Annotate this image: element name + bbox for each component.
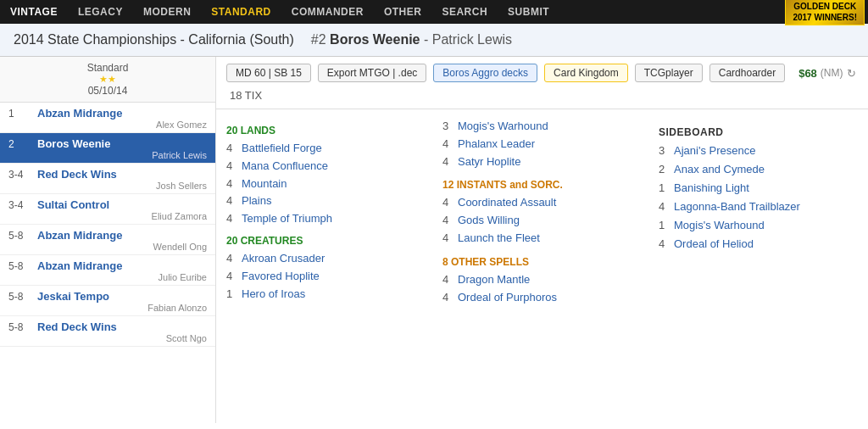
card-favored-hoplite[interactable]: Favored Hoplite [242,268,320,286]
card-ajanis-presence[interactable]: Ajani's Presence [674,142,755,160]
card-gods-willing[interactable]: Gods Willing [458,212,520,230]
sideboard-line: 1 Banishing Light [659,179,858,198]
card-anax-cymede[interactable]: Anax and Cymede [674,160,765,179]
instants-header: 12 INSTANTS and SORC. [442,179,642,191]
card-line: 1 Hero of Iroas [226,286,426,304]
deck-entry-8[interactable]: 5-8 Red Deck Wins Scott Ngo [0,316,215,347]
deck-entry-4[interactable]: 3-4 Sultai Control Eliud Zamora [0,194,215,225]
creatures-header: 20 CREATURES [226,235,426,247]
card-akroan-crusader[interactable]: Akroan Crusader [242,250,325,268]
card-ordeal-heliod[interactable]: Ordeal of Heliod [674,235,754,254]
price-label: (NM) [821,67,843,79]
deck-name-8: Red Deck Wins [37,320,117,333]
player-name-header: Patrick Lewis [432,32,512,47]
nav-modern[interactable]: MODERN [133,0,201,24]
card-line: 4 Battlefield Forge [226,140,426,158]
card-launch-fleet[interactable]: Launch the Fleet [458,230,540,248]
deck-entry-5[interactable]: 5-8 Abzan Midrange Wendell Ong [0,225,215,255]
nav-other[interactable]: OTHER [374,0,432,24]
rank-4: 3-4 [8,199,32,211]
refresh-icon[interactable]: ↻ [847,67,856,80]
card-line: 4 Dragon Mantle [442,271,642,289]
tcgplayer-button[interactable]: TCGplayer [635,64,703,82]
card-banishing-light[interactable]: Banishing Light [674,179,749,198]
card-mogis-warhound-side[interactable]: Mogis's Warhound [674,216,765,235]
card-plains[interactable]: Plains [242,192,271,210]
nav-legacy[interactable]: LEGACY [68,0,133,24]
card-line: 4 Mountain [226,176,426,193]
toolbar: MD 60 | SB 15 Export MTGO | .dec Boros A… [216,57,868,109]
format-info: Standard ★★ 05/10/14 [0,57,215,103]
card-line: 4 Favored Hoplite [226,268,426,286]
card-dragon-mantle[interactable]: Dragon Mantle [458,271,530,289]
main-content: Standard ★★ 05/10/14 1 Abzan Midrange Al… [0,57,868,423]
price-value: $68 [798,67,817,80]
deck-name-1: Abzan Midrange [37,107,122,120]
player-1: Alex Gomez [8,120,207,130]
lands-header: 20 LANDS [226,125,426,136]
nav-commander[interactable]: COMMANDER [281,0,374,24]
player-4: Eliud Zamora [8,211,207,221]
player-7: Fabian Alonzo [8,303,207,313]
sideboard-line: 1 Mogis's Warhound [659,216,858,235]
rank-5: 5-8 [8,230,32,242]
card-ordeal-purphoros[interactable]: Ordeal of Purphoros [458,289,557,307]
sideboard-line: 2 Anax and Cymede [659,160,858,179]
card-temple-triumph[interactable]: Temple of Triumph [242,210,332,228]
rank-7: 5-8 [8,291,32,303]
stars: ★★ [5,74,210,85]
card-lagonna-trailblazer[interactable]: Lagonna-Band Trailblazer [674,198,800,216]
deck-entry-7[interactable]: 5-8 Jeskai Tempo Fabian Alonzo [0,286,215,316]
rank-8: 5-8 [8,321,32,333]
nav-standard[interactable]: STANDARD [201,0,281,24]
deck-entry-1[interactable]: 1 Abzan Midrange Alex Gomez [0,103,215,133]
format-label: Standard [5,62,210,74]
rank-6: 5-8 [8,260,32,272]
card-line: 4 Akroan Crusader [226,250,426,268]
card-battlefield-forge[interactable]: Battlefield Forge [242,140,322,158]
player-8: Scott Ngo [8,333,207,343]
nav-vintage[interactable]: VINTAGE [0,0,68,24]
deck-name-6: Abzan Midrange [37,259,122,272]
tournament-header: 2014 State Championships - California (S… [0,24,868,57]
sideboard-line: 3 Ajani's Presence [659,142,858,160]
tix-display: 18 TIX [230,89,262,102]
nav-submit[interactable]: SUBMIT [498,0,559,24]
card-mountain[interactable]: Mountain [242,176,287,193]
golden-deck-badge: GOLDEN DECK 2017 WINNERS! [785,0,865,25]
deck-entry-2[interactable]: 2 Boros Weenie Patrick Lewis [0,133,215,164]
player-3: Josh Sellers [8,181,207,191]
card-line: 4 Satyr Hoplite [442,153,642,171]
deck-name-4: Sultai Control [37,198,109,211]
card-lists: 20 LANDS 4 Battlefield Forge 4 Mana Conf… [216,109,868,423]
deck-entry-6[interactable]: 5-8 Abzan Midrange Julio Euribe [0,255,215,286]
player-5: Wendell Ong [8,242,207,252]
card-coordinated-assault[interactable]: Coordinated Assault [458,194,556,212]
card-satyr-hoplite[interactable]: Satyr Hoplite [458,153,520,171]
card-line: 4 Temple of Triumph [226,210,426,228]
middle-column: 3 Mogis's Warhound 4 Phalanx Leader 4 Sa… [442,118,642,415]
export-button[interactable]: Export MTGO | .dec [318,64,426,82]
card-line: 4 Ordeal of Purphoros [442,289,642,307]
boros-aggro-button[interactable]: Boros Aggro decks [433,64,537,82]
tournament-title: 2014 State Championships - California (S… [14,32,294,47]
card-line: 4 Launch the Fleet [442,230,642,248]
card-kingdom-button[interactable]: Card Kingdom [544,64,628,82]
card-line: 4 Plains [226,192,426,210]
card-hero-iroas[interactable]: Hero of Iroas [242,286,305,304]
card-mana-confluence[interactable]: Mana Confluence [242,158,328,176]
card-line: 4 Coordinated Assault [442,194,642,212]
deck-detail: MD 60 | SB 15 Export MTGO | .dec Boros A… [216,57,868,423]
left-column: 20 LANDS 4 Battlefield Forge 4 Mana Conf… [226,118,426,415]
deck-name: Boros Weenie [330,32,420,47]
card-mogis-warhound[interactable]: Mogis's Warhound [458,118,548,136]
cardhoarder-button[interactable]: Cardhoarder [709,64,785,82]
card-phalanx-leader[interactable]: Phalanx Leader [458,136,535,153]
rank-2: 2 [8,138,32,150]
sideboard-line: 4 Ordeal of Heliod [659,235,858,254]
md-sb-button[interactable]: MD 60 | SB 15 [226,64,311,82]
nav-search[interactable]: SEARCH [431,0,498,24]
deck-name-7: Jeskai Tempo [37,290,109,303]
deck-entry-3[interactable]: 3-4 Red Deck Wins Josh Sellers [0,164,215,194]
deck-name-3: Red Deck Wins [37,168,117,181]
